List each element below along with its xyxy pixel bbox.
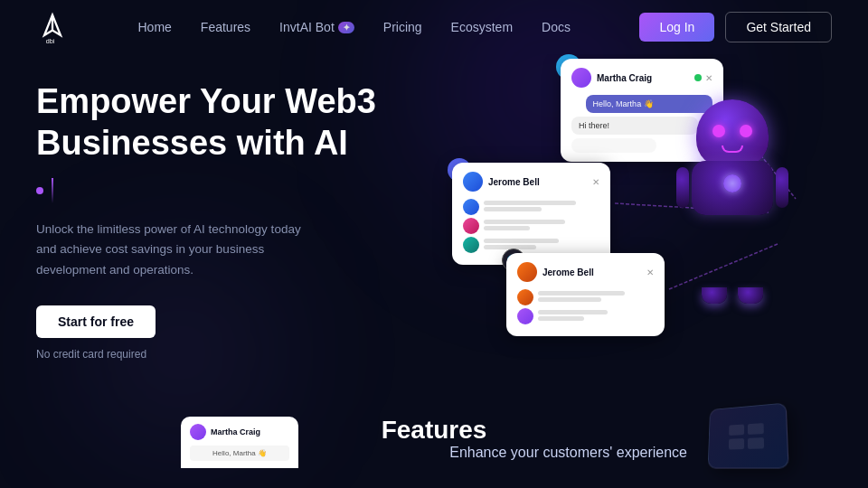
bottom-chat-preview: Martha Craig Hello, Martha 👋 [181, 417, 298, 468]
status-dot-1 [694, 74, 702, 81]
logo[interactable]: dbi [36, 11, 69, 43]
robot-eye-left [712, 125, 725, 137]
robot-head [696, 99, 769, 167]
close-icon-2: ✕ [592, 177, 599, 187]
row-avatar-3 [463, 237, 479, 253]
card-row-2 [463, 218, 599, 234]
close-icon-3: ✕ [646, 267, 654, 277]
close-icon-1: ✕ [705, 73, 712, 83]
device-grid [729, 423, 764, 449]
chat-name-1: Martha Craig [597, 73, 652, 83]
bottom-chat-avatar [190, 424, 206, 440]
chat-card-2: Jerome Bell ✕ [452, 163, 610, 265]
chat-card-3: Jerome Bell ✕ [506, 253, 665, 336]
hero-section: Empower Your Web3 Businesses with AI Unl… [0, 54, 868, 398]
hero-right: ✈ Martha Craig ✕ Hello, Martha 👋 Hi ther… [416, 54, 832, 398]
get-started-button[interactable]: Get Started [725, 12, 832, 42]
card-row-1 [463, 199, 599, 215]
hero-description: Unlock the limitless power of AI technol… [36, 220, 316, 280]
robot-feet [660, 233, 805, 304]
robot-eye-right [740, 125, 752, 137]
nav-item-pricing[interactable]: Pricing [383, 19, 422, 35]
row-avatar-4 [517, 289, 533, 305]
accent-bar [52, 178, 53, 203]
device-illustration [705, 405, 796, 477]
nav-item-features[interactable]: Features [201, 19, 250, 35]
no-credit-text: No credit card required [36, 348, 146, 361]
robot-arm-left [676, 167, 689, 208]
invtai-badge: ✦ [338, 22, 354, 33]
hero-accent [36, 178, 416, 203]
row-avatar-1 [463, 199, 479, 215]
robot-foot-right [738, 287, 763, 304]
hero-title: Empower Your Web3 Businesses with AI [36, 81, 416, 164]
svg-text:dbi: dbi [46, 37, 55, 43]
features-section: Features Martha Craig Hello, Martha 👋 En… [0, 398, 868, 468]
avatar-1 [571, 68, 591, 88]
nav-item-ecosystem[interactable]: Ecosystem [451, 19, 513, 35]
typing-indicator [571, 138, 656, 153]
robot-mouth [722, 145, 743, 153]
avatar-3 [517, 262, 537, 282]
robot-arm-right [776, 167, 788, 208]
navbar: dbi Home Features InvtAI Bot ✦ Pricing E… [0, 0, 868, 54]
hero-left: Empower Your Web3 Businesses with AI Unl… [36, 54, 416, 398]
robot-illustration [660, 99, 805, 298]
avatar-2 [463, 172, 483, 192]
card-row-5 [517, 308, 654, 324]
login-button[interactable]: Log In [639, 13, 714, 42]
nav-actions: Log In Get Started [639, 12, 832, 42]
nav-item-home[interactable]: Home [137, 19, 171, 35]
nav-item-docs[interactable]: Docs [542, 19, 571, 35]
robot-torso [692, 161, 773, 215]
row-avatar-5 [517, 308, 533, 324]
start-free-button[interactable]: Start for free [36, 305, 156, 338]
chat-name-3: Jerome Bell [542, 267, 594, 277]
bottom-chat-username: Martha Craig [211, 427, 260, 436]
nav-item-invtai[interactable]: InvtAI Bot ✦ [279, 20, 354, 34]
accent-dot [36, 187, 43, 194]
bottom-chat-message: Hello, Martha 👋 [190, 446, 289, 461]
card-row-3 [463, 237, 599, 253]
robot-foot-left [702, 287, 727, 304]
enhance-text: Enhance your customers' experience [449, 445, 687, 461]
nav-links: Home Features InvtAI Bot ✦ Pricing Ecosy… [137, 19, 570, 35]
card-row-4 [517, 289, 654, 305]
robot-chest-light [723, 174, 741, 192]
row-avatar-2 [463, 218, 479, 234]
chat-name-2: Jerome Bell [488, 177, 540, 187]
